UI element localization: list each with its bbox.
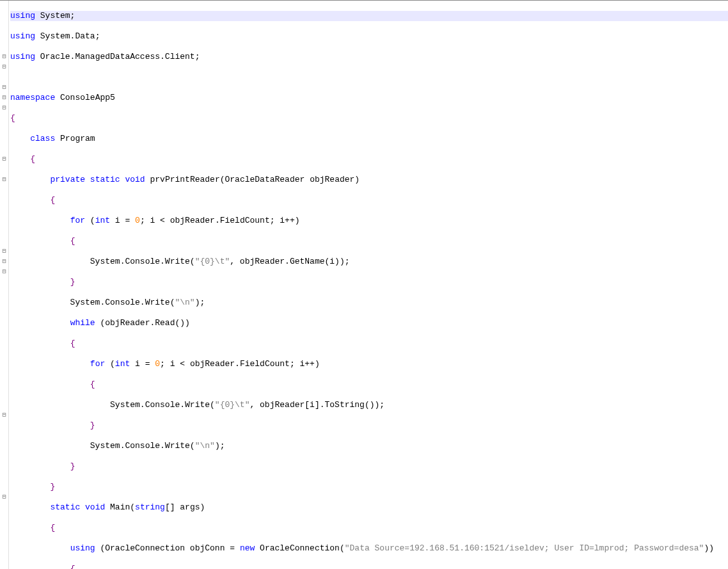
code-line[interactable]: } <box>10 482 728 492</box>
fold-icon[interactable]: ⊟ <box>0 62 8 72</box>
code-line[interactable]: class Program <box>10 134 728 144</box>
code-line[interactable]: using System; <box>10 11 728 21</box>
code-line[interactable]: private static void prvPrintReader(Oracl… <box>10 175 728 185</box>
code-line[interactable]: namespace ConsoleApp5 <box>10 93 728 103</box>
fold-icon[interactable]: ⊟ <box>0 492 8 502</box>
fold-icon[interactable]: ⊟ <box>0 52 8 62</box>
code-line[interactable]: for (int i = 0; i < objReader.FieldCount… <box>10 216 728 226</box>
code-line[interactable]: } <box>10 277 728 287</box>
fold-icon[interactable]: ⊟ <box>0 103 8 113</box>
code-line[interactable]: { <box>10 195 728 205</box>
code-line[interactable]: System.Console.Write("{0}\t", objReader[… <box>10 400 728 410</box>
code-line[interactable]: } <box>10 461 728 472</box>
code-line[interactable]: using (OracleConnection objConn = new Or… <box>10 543 728 554</box>
code-content[interactable]: using System; using System.Data; using O… <box>9 1 728 569</box>
code-line[interactable]: { <box>10 564 728 569</box>
code-line[interactable]: System.Console.Write("{0}\t", objReader.… <box>10 257 728 267</box>
code-line[interactable]: { <box>10 339 728 349</box>
code-line[interactable]: while (objReader.Read()) <box>10 318 728 328</box>
code-line[interactable]: { <box>10 380 728 390</box>
fold-icon[interactable]: ⊟ <box>0 410 8 421</box>
fold-icon[interactable]: ⊟ <box>0 93 8 103</box>
fold-icon[interactable] <box>0 1 8 11</box>
fold-icon[interactable]: ⊟ <box>0 83 8 93</box>
code-line[interactable]: { <box>10 523 728 533</box>
code-line[interactable]: { <box>10 113 728 124</box>
code-line[interactable]: { <box>10 154 728 164</box>
folding-gutter: ⊟ ⊟ ⊟ ⊟ ⊟ ⊟ ⊟ ⊟ ⊟ ⊟ ⊟ <box>0 1 9 569</box>
fold-icon[interactable]: ⊟ <box>0 267 8 277</box>
code-editor[interactable]: ⊟ ⊟ ⊟ ⊟ ⊟ ⊟ ⊟ ⊟ ⊟ ⊟ ⊟ <box>0 0 728 569</box>
code-line[interactable]: using Oracle.ManagedDataAccess.Client; <box>10 52 728 62</box>
fold-icon[interactable]: ⊟ <box>0 257 8 267</box>
code-line[interactable]: { <box>10 236 728 246</box>
fold-icon[interactable]: ⊟ <box>0 154 8 164</box>
code-line[interactable]: using System.Data; <box>10 31 728 42</box>
code-line[interactable]: } <box>10 421 728 431</box>
code-line[interactable]: static void Main(string[] args) <box>10 502 728 513</box>
fold-icon[interactable]: ⊟ <box>0 175 8 185</box>
code-line[interactable]: System.Console.Write("\n"); <box>10 441 728 451</box>
fold-icon[interactable]: ⊟ <box>0 246 8 257</box>
code-line[interactable] <box>10 72 728 83</box>
code-line[interactable]: for (int i = 0; i < objReader.FieldCount… <box>10 359 728 369</box>
code-line[interactable]: System.Console.Write("\n"); <box>10 298 728 308</box>
